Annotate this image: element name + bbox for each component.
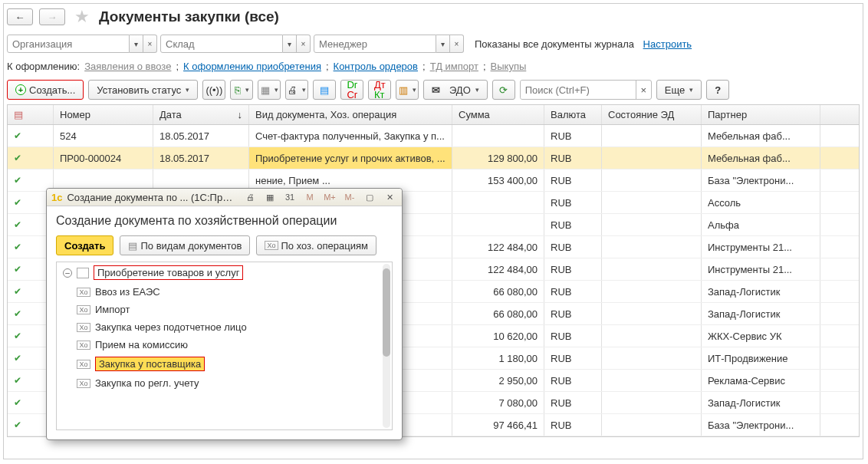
drcr-button-1[interactable]: DrCr — [340, 80, 363, 100]
cell-currency: RUB — [544, 169, 602, 191]
dialog-create-button[interactable]: Создать — [56, 235, 113, 255]
dialog-calc-icon[interactable]: ▦ — [262, 190, 278, 204]
tree-item[interactable]: XoЗакупка через подотчетное лицо — [57, 318, 392, 336]
create-button[interactable]: + Создать... — [7, 80, 84, 100]
warehouse-filter[interactable]: ▾ × — [160, 35, 311, 53]
tree-item[interactable]: XoВвоз из ЕАЭС — [57, 283, 392, 301]
col-sum[interactable]: Сумма — [452, 105, 544, 124]
configure-filter-link[interactable]: Настроить — [643, 38, 692, 50]
tree-scrollbar-thumb[interactable] — [383, 268, 390, 357]
cell-number: ПР00-000024 — [54, 147, 153, 169]
report-button[interactable]: ▦▾ — [258, 80, 281, 100]
grid-header: ▤ Номер Дата↓ Вид документа, Хоз. операц… — [8, 105, 859, 125]
doc-button[interactable]: ▤ — [313, 80, 336, 100]
app-logo-icon: 1c — [51, 192, 62, 203]
row-status-icon: ✔ — [14, 353, 21, 364]
dialog-titlebar[interactable]: 1c Создание документа по ... (1С:Предпри… — [47, 189, 402, 206]
warehouse-filter-input[interactable] — [160, 35, 283, 53]
cell-currency: RUB — [544, 258, 602, 280]
collapse-icon[interactable]: – — [63, 268, 72, 278]
operation-tree[interactable]: – Приобретение товаров и услуг XoВвоз из… — [56, 262, 393, 430]
cell-kind: Счет-фактура полученный, Закупка у п... — [249, 125, 452, 146]
misc-button[interactable]: ▥▾ — [396, 80, 419, 100]
formline-link-1[interactable]: Заявления о ввозе — [84, 61, 171, 72]
create-button-label: Создать... — [29, 84, 75, 96]
edo-button[interactable]: ✉ ЭДО ▾ — [423, 80, 487, 100]
cell-ed — [602, 214, 702, 235]
report-icon: ▦ — [261, 84, 270, 96]
manager-filter-dropdown-icon[interactable]: ▾ — [436, 35, 450, 53]
dialog-print-icon[interactable]: 🖨 — [242, 190, 258, 204]
tree-item-label: Закупка по регл. учету — [95, 377, 199, 389]
wifi-icon-button[interactable]: ((•)) — [202, 80, 225, 100]
col-partner[interactable]: Партнер — [702, 105, 820, 124]
dialog-close-icon[interactable]: ✕ — [382, 190, 397, 204]
copy-link-button[interactable]: ⎘▾ — [230, 80, 253, 100]
search-input[interactable] — [521, 81, 636, 99]
refresh-button[interactable]: ⟳ — [492, 80, 515, 100]
formline-link-3[interactable]: Контроль ордеров — [334, 61, 418, 72]
chevron-down-icon: ▾ — [275, 86, 278, 94]
nav-back-button[interactable]: ← — [7, 8, 33, 25]
row-status-icon: ✔ — [14, 375, 21, 386]
manager-filter-clear-icon[interactable]: × — [450, 35, 464, 53]
dtkt-icon: ДтКт — [374, 80, 386, 100]
search-clear-icon[interactable]: × — [636, 81, 651, 99]
dialog-maximize-icon[interactable]: ▢ — [362, 190, 377, 204]
xo-icon: Xo — [77, 305, 90, 314]
nav-forward-button[interactable]: → — [39, 8, 65, 25]
warehouse-filter-dropdown-icon[interactable]: ▾ — [283, 35, 297, 53]
tree-parent-node[interactable]: – Приобретение товаров и услуг — [57, 262, 392, 283]
cell-ed — [602, 281, 702, 302]
tree-item[interactable]: XoЗакупка у поставщика — [57, 354, 392, 374]
print-button[interactable]: 🖨▾ — [285, 80, 308, 100]
cell-partner: Запад-Логистик — [702, 281, 820, 302]
more-button[interactable]: Еще ▾ — [656, 80, 702, 100]
xo-icon: Xo — [77, 341, 90, 350]
formline-link-2[interactable]: К оформлению приобретения — [183, 61, 321, 72]
tree-item[interactable]: XoПрием на комиссию — [57, 336, 392, 354]
org-filter-dropdown-icon[interactable]: ▾ — [130, 35, 143, 53]
cell-sum: 122 484,00 — [452, 258, 544, 280]
col-currency[interactable]: Валюта — [544, 105, 602, 124]
dialog-by-docs-button[interactable]: ▤ По видам документов — [120, 235, 250, 255]
dialog-calendar-icon[interactable]: 31 — [282, 190, 298, 204]
set-status-button[interactable]: Установить статус ▾ — [88, 80, 198, 100]
tree-item[interactable]: XoИмпорт — [57, 301, 392, 318]
dialog-mplus-icon[interactable]: M+ — [322, 190, 337, 204]
col-date[interactable]: Дата↓ — [153, 105, 249, 124]
page-title: Документы закупки (все) — [99, 8, 279, 25]
warehouse-filter-clear-icon[interactable]: × — [297, 35, 311, 53]
col-kind[interactable]: Вид документа, Хоз. операция — [249, 105, 452, 124]
cell-ed — [602, 169, 702, 191]
cell-sum: 129 800,00 — [452, 147, 544, 169]
dialog-by-ops-button[interactable]: Xo По хоз. операциям — [256, 235, 376, 255]
printer-icon: 🖨 — [288, 84, 298, 96]
dialog-m-icon[interactable]: M — [302, 190, 317, 204]
cell-partner: Запад-Логистик — [702, 303, 820, 324]
favorite-star-icon[interactable]: ★ — [74, 7, 90, 27]
dialog-mminus-icon[interactable]: M- — [342, 190, 357, 204]
drcr-button-2[interactable]: ДтКт — [368, 80, 391, 100]
org-filter-input[interactable] — [7, 35, 130, 53]
row-status-icon: ✔ — [14, 219, 21, 230]
tree-parent-label: Приобретение товаров и услуг — [94, 265, 243, 280]
tree-item[interactable]: XoЗакупка по регл. учету — [57, 374, 392, 392]
manager-filter-input[interactable] — [314, 35, 436, 53]
formline-link-5[interactable]: Выкупы — [491, 61, 527, 72]
org-filter-clear-icon[interactable]: × — [143, 35, 157, 53]
stack-icon: ▥ — [399, 84, 408, 96]
table-row[interactable]: ✔52418.05.2017Счет-фактура полученный, З… — [8, 125, 859, 147]
cell-currency: RUB — [544, 392, 602, 413]
table-row[interactable]: ✔ПР00-00002418.05.2017Приобретение услуг… — [8, 147, 859, 169]
tree-item-label: Закупка через подотчетное лицо — [95, 321, 247, 333]
search-box[interactable]: × — [520, 80, 652, 100]
help-button[interactable]: ? — [706, 80, 729, 100]
col-number[interactable]: Номер — [54, 105, 153, 124]
cell-sum: 10 620,00 — [452, 325, 544, 347]
org-filter[interactable]: ▾ × — [7, 35, 157, 53]
cell-ed — [602, 192, 702, 213]
formline-link-4[interactable]: ТД импорт — [430, 61, 478, 72]
col-ed-state[interactable]: Состояние ЭД — [602, 105, 702, 124]
manager-filter[interactable]: ▾ × — [314, 35, 464, 53]
